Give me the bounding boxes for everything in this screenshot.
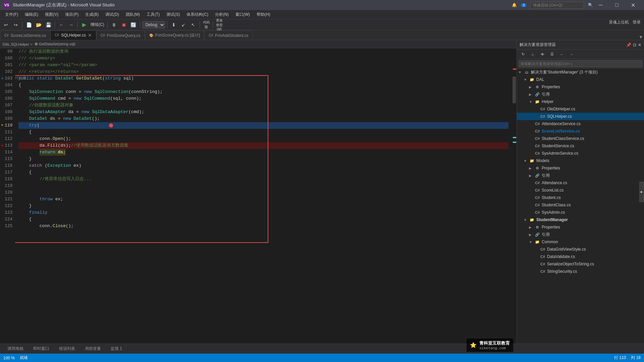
tab-frmscorequery[interactable]: C# FrmScoreQuery.cs [96,31,145,40]
menu-project[interactable]: 项目(P) [62,10,82,19]
tree-common[interactable]: ▼ 📁 Common [517,238,644,246]
tree-ref-models[interactable]: ▶ 🔗 引用 [517,172,644,179]
back-button[interactable]: ← [57,21,66,29]
tree-student-svc[interactable]: C# StudentService.cs [517,142,644,150]
open-button[interactable]: 📂 [34,21,43,29]
tree-sysadmin[interactable]: C# SysAdmin.cs [517,209,644,216]
sidebar-refresh-button[interactable]: ↻ [519,50,527,58]
new-file-button[interactable]: 📄 [24,21,33,29]
menu-edit[interactable]: 编辑(E) [21,10,42,19]
tree-scorelist-svc[interactable]: C# ScoreListService.cs [517,127,644,135]
tree-sysadmin-svc[interactable]: C# SysAdminService.cs [517,150,644,157]
tree-scorelist[interactable]: C# ScoreList.cs [517,187,644,194]
minimize-button[interactable]: ─ [593,0,608,10]
menu-arch[interactable]: 体系结构(C) [183,10,212,19]
bottom-tab-immediate[interactable]: 即时窗口 [29,345,53,353]
solution-tree[interactable]: ▼ 🗂 解决方案'StudentManager' (3 个项目) ▼ 📁 DAL… [517,68,644,344]
sidebar-show-all-button[interactable]: 👁 [538,50,547,58]
start-debug-button[interactable]: ▶ [80,21,89,29]
tree-sqlhelper-label: SQLHelper.cs [547,114,572,119]
forward-button[interactable]: → [67,21,75,29]
tree-attendance[interactable]: C# Attendance.cs [517,179,644,187]
stop-button[interactable]: ⏹ [119,21,128,29]
tree-properties-sm[interactable]: ▶ ⚙ Properties [517,223,644,231]
tree-studentmanager[interactable]: ▼ 📁 StudentManager [517,216,644,223]
tree-properties-models[interactable]: ▶ ⚙ Properties [517,164,644,172]
tab-frmaddstudent[interactable]: C# FrmAddStudent.cs [204,31,253,40]
tree-datavalidate[interactable]: C# DataValidate.cs [517,253,644,260]
tree-properties-dal[interactable]: ▶ ⚙ Properties [517,83,644,91]
sidebar-filter-button[interactable]: ☰ [548,50,556,58]
tab-close-button[interactable]: ✕ [88,33,92,38]
tab-scorelistservice[interactable]: C# ScoreListService.cs [0,31,50,40]
editor-scrollbar[interactable] [512,48,517,344]
tab-sqlhelper[interactable]: C# SQLHelper.cs ✕ [50,31,96,40]
quick-launch-input[interactable]: 快速启动 (Ctrl+Q) [530,2,584,9]
menu-analyze[interactable]: 分析(N) [212,10,232,19]
sidebar-home-button[interactable]: ⌂ [528,50,537,58]
code-line-111: { [18,129,508,136]
step-out-button[interactable]: ↖ [189,21,198,29]
pause-button[interactable]: ⏸ [110,21,118,29]
sign-in[interactable]: 登录 [633,20,641,24]
sidebar-pin-button[interactable]: 📌 [626,43,631,47]
tree-ref-sm[interactable]: ▶ 🔗 引用 [517,231,644,238]
menu-window[interactable]: 窗口(W) [232,10,253,19]
code-container[interactable]: ⊟ ➤ ● [0,48,517,344]
tree-studentclass[interactable]: C# StudentClass.cs [517,201,644,209]
bottom-tab-errorlist[interactable]: 错误列表 [55,345,79,353]
sidebar-search-input[interactable] [519,60,642,67]
debug-mode-select[interactable]: Debug [142,21,165,29]
sidebar-collapse-button[interactable]: ▶ [639,182,644,202]
close-button[interactable]: ✕ [625,0,641,10]
tree-ref-dal[interactable]: ▶ 🔗 引用 [517,91,644,98]
code-view-button[interactable]: 代码图 [202,21,211,29]
tab-overflow-button[interactable]: ▼ [640,35,644,40]
sidebar-float-button[interactable]: ⊡ [633,43,636,47]
menu-build[interactable]: 生成(B) [82,10,102,19]
menu-view[interactable]: 视图(V) [42,10,62,19]
undo-button[interactable]: ↩ [2,21,10,29]
scroll-thumb[interactable] [513,76,516,103]
tree-studentclass-svc[interactable]: C# StudentClassService.cs [517,135,644,142]
menu-test[interactable]: 测试(S) [163,10,183,19]
tree-serialize[interactable]: C# SerializeObjectToString.cs [517,260,644,268]
step-over-button[interactable]: ⬇ [169,21,178,29]
cs-icon-stc: C# [534,203,540,207]
menu-team[interactable]: 团队(M) [122,10,143,19]
change-type-button[interactable]: 更改类型(M) [215,21,224,29]
tree-scorelist-label: ScoreList.cs [542,188,564,193]
step-into-button[interactable]: ↙ [179,21,188,29]
menu-debug[interactable]: 调试(D) [102,10,122,19]
tree-dal[interactable]: ▼ 📁 DAL [517,76,644,83]
tree-attendance-svc[interactable]: C# AttendanceService.cs [517,120,644,127]
menu-file[interactable]: 文件(F) [2,10,21,19]
tree-oledb[interactable]: C# OleDbHelper.cs [517,105,644,113]
tree-stringsecurity[interactable]: C# StringSecurity.cs [517,268,644,275]
save-button[interactable]: 💾 [44,21,53,29]
tree-sqlhelper[interactable]: C# SQLHelper.cs [517,113,644,120]
tree-student[interactable]: C# Student.cs [517,194,644,201]
menu-help[interactable]: 帮助(H) [253,10,274,19]
bottom-tab-watch[interactable]: 监视 1 [107,345,126,353]
notification-icon[interactable]: 🔔 [512,3,517,7]
tree-solution[interactable]: ▼ 🗂 解决方案'StudentManager' (3 个项目) [517,68,644,76]
sidebar-nav-back[interactable]: ← [557,50,566,58]
maximize-button[interactable]: □ [609,0,625,10]
tab-frmscorequery-design[interactable]: 🎨 FrmScoreQuery.cs [设计] [145,31,205,40]
code-editor[interactable]: /// 执行返回数据的查询 /// </summary> /// <param … [15,48,512,344]
ln-119: 119 [5,183,15,189]
bottom-tab-locals[interactable]: 局部变量 [81,345,105,353]
tree-models[interactable]: ▼ 📁 Models [517,157,644,164]
redo-button[interactable]: ↪ [11,21,20,29]
tree-datagridviewstyle[interactable]: C# DataGridViewStyle.cs [517,246,644,253]
bottom-tab-callstack[interactable]: 调用堆栈 [3,345,28,353]
solution-icon: 🗂 [524,70,530,74]
tree-helper[interactable]: ▼ 📁 Helper [517,98,644,105]
search-icon[interactable]: 🔍 [588,3,593,7]
sidebar-close-button[interactable]: ✕ [638,43,641,47]
restart-button[interactable]: 🔄 [129,21,138,29]
sidebar-nav-fwd[interactable]: → [567,50,576,58]
zoom-level[interactable]: 100 % [3,356,15,360]
menu-tools[interactable]: 工具(T) [143,10,163,19]
